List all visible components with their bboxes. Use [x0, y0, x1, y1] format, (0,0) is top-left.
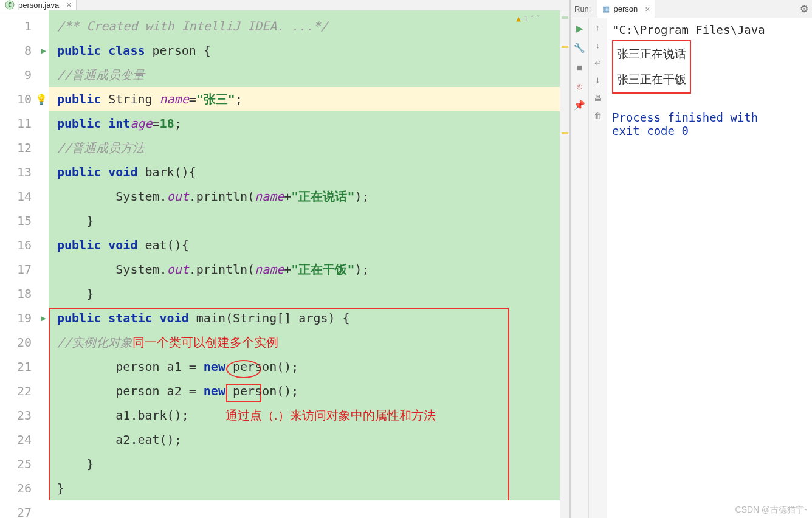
gutter-line[interactable]: 10💡 [0, 87, 49, 111]
gutter-line[interactable]: 15 [0, 209, 49, 233]
arrow-up-icon[interactable]: ↑ [596, 23, 600, 32]
run-body: ▶ 🔧 ■ ⎋ 📌 ↑ ↓ ↩ ⤓ 🖶 🗑 "C:\Program Files\… [571, 18, 812, 518]
gutter-line[interactable]: 12 [0, 136, 49, 160]
code-line[interactable]: } [49, 452, 560, 476]
editor-tab[interactable]: C person.java × [0, 0, 77, 10]
editor-panel: C person.java × 18▶910💡11121314151617181… [0, 0, 570, 518]
code-line[interactable]: a2.eat(); [49, 427, 560, 452]
gutter-line[interactable]: 1 [0, 14, 49, 38]
editor-tab-bar: C person.java × [0, 0, 569, 10]
gutter-line[interactable]: 26 [0, 476, 49, 500]
pin-icon[interactable]: 📌 [574, 100, 585, 111]
code-line[interactable]: /** Created with IntelliJ IDEA. ...*/ [49, 14, 560, 38]
console-path: "C:\Program Files\Java [612, 23, 807, 36]
gutter-line[interactable]: 27 [0, 500, 49, 518]
code-line[interactable]: //普通成员变量 [49, 63, 560, 87]
gutter-line[interactable]: 24 [0, 427, 49, 452]
code-line[interactable]: public int age=18; [49, 111, 560, 136]
console-output[interactable]: "C:\Program Files\Java 张三正在说话 张三正在干饭 Pro… [607, 18, 812, 518]
print-icon[interactable]: 🖶 [594, 94, 602, 103]
code-line[interactable]: public void eat(){ [49, 233, 560, 257]
code-line[interactable]: public void bark(){ [49, 160, 560, 184]
run-tab-name: person [613, 4, 638, 13]
close-icon[interactable]: × [641, 4, 650, 14]
editor-stripe[interactable] [560, 10, 569, 518]
intention-bulb-icon[interactable]: 💡 [35, 94, 47, 105]
gutter-line[interactable]: 13 [0, 160, 49, 184]
exit-icon[interactable]: ⎋ [577, 81, 582, 91]
gutter-line[interactable]: 16 [0, 233, 49, 257]
svg-text:C: C [8, 2, 12, 9]
console-process-status: Process finished with exit code 0 [612, 111, 807, 137]
run-panel: Run: ▦ person × ⚙ ▶ 🔧 ■ ⎋ 📌 ↑ ↓ ↩ ⤓ 🖶 🗑 … [570, 0, 812, 518]
code-line[interactable]: } [49, 476, 560, 500]
trash-icon[interactable]: 🗑 [594, 111, 602, 120]
gear-icon[interactable]: ⚙ [800, 3, 808, 15]
gutter-line[interactable]: 11 [0, 111, 49, 136]
gutter-line[interactable]: 18 [0, 281, 49, 306]
gutter-line[interactable]: 17 [0, 257, 49, 281]
gutter-line[interactable]: 23 [0, 403, 49, 427]
run-label: Run: [574, 4, 591, 13]
code-line[interactable] [49, 500, 560, 518]
close-icon[interactable]: × [63, 1, 71, 9]
run-tab[interactable]: ▦ person × [597, 0, 655, 18]
gutter-line[interactable]: 21 [0, 354, 49, 379]
arrow-down-icon[interactable]: ↓ [596, 41, 600, 50]
code-line[interactable]: //实例化对象 同一个类可以创建多个实例 [49, 330, 560, 354]
application-icon: ▦ [602, 4, 610, 13]
code-editor[interactable]: 18▶910💡111213141516171819▶20212223242526… [0, 10, 569, 518]
gutter: 18▶910💡111213141516171819▶20212223242526… [0, 10, 49, 518]
gutter-line[interactable]: 22 [0, 379, 49, 403]
stop-icon[interactable]: ■ [577, 62, 582, 72]
annotation-output-box: 张三正在说话 张三正在干饭 [612, 40, 691, 94]
code-line[interactable]: person a1 = new person(); [49, 354, 560, 379]
editor-tab-filename: person.java [18, 1, 59, 10]
code-line[interactable]: System.out.println(name+"正在说话"); [49, 184, 560, 209]
console-line: 张三正在说话 [617, 41, 686, 67]
code-line[interactable]: } [49, 209, 560, 233]
code-line[interactable]: person a2 = new person(); [49, 379, 560, 403]
run-toolbar-right: ↑ ↓ ↩ ⤓ 🖶 🗑 [589, 18, 607, 518]
gutter-line[interactable]: 19▶ [0, 306, 49, 330]
wrap-icon[interactable]: ↩ [594, 58, 601, 67]
code-line[interactable]: //普通成员方法 [49, 136, 560, 160]
code-line[interactable]: public class person { [49, 38, 560, 63]
gutter-line[interactable]: 8▶ [0, 38, 49, 63]
console-line: 张三正在干饭 [617, 67, 686, 92]
rerun-icon[interactable]: ▶ [576, 23, 583, 34]
code-line[interactable]: System.out.println(name+"正在干饭"); [49, 257, 560, 281]
gutter-line[interactable]: 9 [0, 63, 49, 87]
wrench-icon[interactable]: 🔧 [574, 43, 585, 54]
code-line[interactable]: public static void main(String[] args) { [49, 306, 560, 330]
scroll-end-icon[interactable]: ⤓ [594, 76, 601, 85]
gutter-line[interactable]: 25 [0, 452, 49, 476]
run-gutter-icon[interactable]: ▶ [41, 313, 46, 323]
run-header: Run: ▦ person × ⚙ [571, 0, 812, 18]
gutter-line[interactable]: 20 [0, 330, 49, 354]
code-line[interactable]: a1.bark(); 通过点（.）来访问对象中的属性和方法 [49, 403, 560, 427]
gutter-line[interactable]: 14 [0, 184, 49, 209]
java-class-icon: C [5, 0, 15, 10]
code-content[interactable]: ▲ 1 ˄ ˅ /** Created with IntelliJ IDEA. … [49, 10, 560, 518]
code-line[interactable]: public String name="张三"; [49, 87, 560, 111]
run-toolbar-left: ▶ 🔧 ■ ⎋ 📌 [571, 18, 589, 518]
watermark: CSDN @古德猫宁- [735, 505, 807, 516]
run-gutter-icon[interactable]: ▶ [41, 46, 46, 55]
code-line[interactable]: } [49, 281, 560, 306]
